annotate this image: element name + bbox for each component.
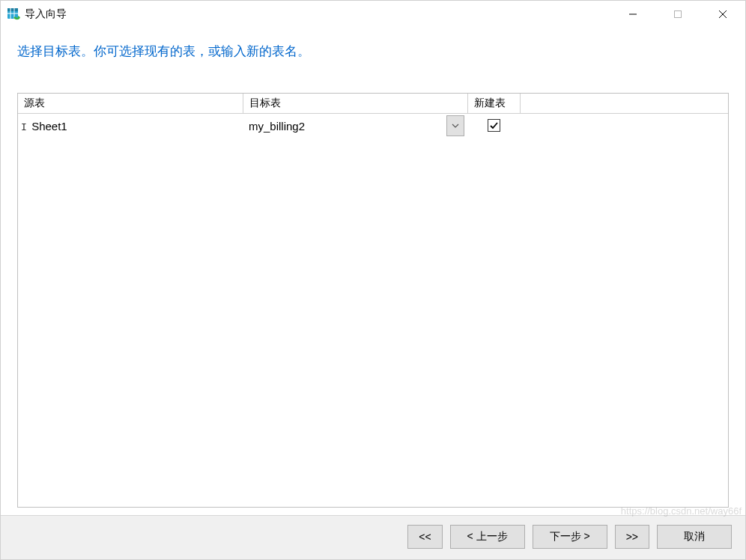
source-table-name: Sheet1 <box>31 120 67 133</box>
new-table-checkbox[interactable] <box>488 119 500 132</box>
header-source[interactable]: 源表 <box>18 94 243 114</box>
mapping-table: 源表 目标表 新建表 I Sheet1 my_billing2 <box>17 93 729 508</box>
first-button[interactable]: << <box>407 525 442 549</box>
header-spacer <box>520 94 728 114</box>
maximize-button <box>655 2 700 26</box>
cancel-button[interactable]: 取消 <box>657 525 732 549</box>
target-dropdown-button[interactable] <box>446 115 464 136</box>
window-title: 导入向导 <box>25 7 610 21</box>
close-button[interactable] <box>700 2 745 26</box>
window-controls <box>610 2 745 26</box>
titlebar: 导入向导 <box>1 1 745 28</box>
header-new[interactable]: 新建表 <box>467 94 520 114</box>
content-area: 源表 目标表 新建表 I Sheet1 my_billing2 <box>1 75 745 515</box>
last-button[interactable]: >> <box>615 525 649 549</box>
row-indicator-icon: I <box>21 121 27 133</box>
app-icon <box>7 7 20 21</box>
minimize-button[interactable] <box>610 2 655 26</box>
target-table-input[interactable]: my_billing2 <box>246 120 446 133</box>
next-button[interactable]: 下一步 > <box>533 525 607 549</box>
table-row[interactable]: I Sheet1 my_billing2 <box>18 114 728 139</box>
header-target[interactable]: 目标表 <box>243 94 467 114</box>
checkmark-icon <box>489 121 499 130</box>
svg-rect-7 <box>675 11 682 18</box>
prev-button[interactable]: < 上一步 <box>450 525 525 549</box>
instruction-text: 选择目标表。你可选择现有的表，或输入新的表名。 <box>1 28 745 75</box>
svg-rect-1 <box>7 8 18 11</box>
wizard-footer: << < 上一步 下一步 > >> 取消 <box>1 515 745 559</box>
chevron-down-icon <box>452 124 459 128</box>
